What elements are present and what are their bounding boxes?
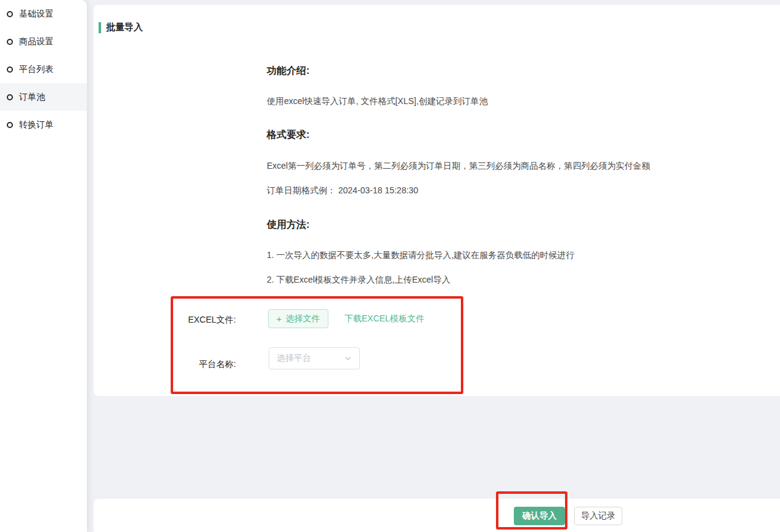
import-records-button[interactable]: 导入记录 (574, 507, 622, 525)
format-body: Excel第一列必须为订单号，第二列必须为订单日期，第三列必须为商品名称，第四列… (267, 161, 650, 172)
sidebar-item-label: 转换订单 (19, 119, 54, 131)
sidebar-item-basic-settings[interactable]: 基础设置 (0, 0, 87, 28)
page-title-row: 批量导入 (99, 22, 143, 33)
usage-heading: 使用方法: (267, 219, 309, 232)
footer-action-bar: 确认导入 导入记录 (94, 499, 780, 532)
batch-import-panel: 批量导入 功能介绍: 使用excel快速导入订单, 文件格式[XLS],创建记录… (94, 5, 780, 396)
excel-file-label: EXCEL文件: (94, 315, 236, 326)
confirm-import-button[interactable]: 确认导入 (514, 507, 565, 525)
platform-name-label: 平台名称: (94, 359, 236, 370)
usage-step-2: 2. 下载Excel模板文件并录入信息,上传Excel导入 (267, 275, 450, 286)
sidebar-item-platform-list[interactable]: 平台列表 (0, 55, 87, 83)
sidebar-item-product-settings[interactable]: 商品设置 (0, 28, 87, 55)
choose-file-button[interactable]: + 选择文件 (268, 309, 328, 328)
format-heading: 格式要求: (267, 129, 309, 142)
format-example: 订单日期格式例： 2024-03-18 15:28:30 (267, 185, 418, 196)
plus-icon: + (277, 314, 282, 323)
platform-select-placeholder: 选择平台 (277, 353, 311, 364)
intro-heading: 功能介绍: (267, 65, 309, 78)
download-template-link[interactable]: 下载EXCEL模板文件 (344, 313, 425, 324)
platform-select[interactable]: 选择平台 (269, 347, 360, 369)
page-title: 批量导入 (106, 22, 143, 33)
circle-icon (7, 39, 13, 45)
sidebar: 基础设置 商品设置 平台列表 订单池 转换订单 (0, 0, 87, 532)
circle-icon (7, 11, 13, 17)
sidebar-item-label: 商品设置 (19, 36, 54, 47)
sidebar-item-label: 基础设置 (19, 9, 54, 20)
usage-step-1: 1. 一次导入的数据不要太多,大量数据请分批导入,建议在服务器负载低的时候进行 (267, 250, 574, 261)
sidebar-item-label: 订单池 (19, 92, 45, 103)
circle-icon (7, 122, 13, 128)
sidebar-item-convert-order[interactable]: 转换订单 (0, 111, 87, 139)
sidebar-item-order-pool[interactable]: 订单池 (0, 83, 87, 111)
intro-body: 使用excel快速导入订单, 文件格式[XLS],创建记录到订单池 (267, 96, 488, 107)
circle-icon (7, 94, 13, 100)
chevron-down-icon (344, 355, 352, 362)
title-accent-bar (99, 22, 101, 33)
circle-icon (7, 66, 13, 73)
choose-file-label: 选择文件 (285, 313, 320, 324)
sidebar-item-label: 平台列表 (19, 64, 54, 75)
